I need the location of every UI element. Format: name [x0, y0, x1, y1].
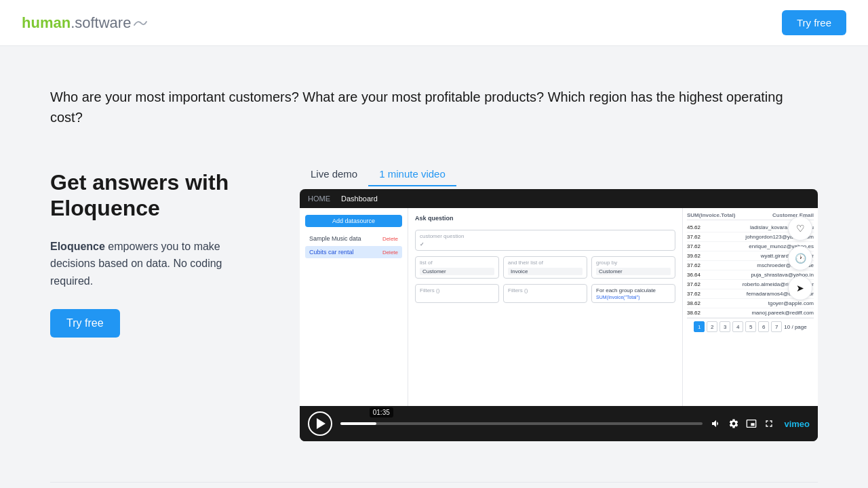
- page-btn-3[interactable]: 3: [719, 321, 730, 332]
- page-btn-6[interactable]: 6: [758, 321, 769, 332]
- right-panel: Live demo 1 minute video HOME Dashboard: [300, 163, 818, 441]
- list-of-box: list of Customer: [415, 256, 499, 279]
- page-btn-5[interactable]: 5: [745, 321, 756, 332]
- float-icons: ♡ 🕐 ➤: [788, 216, 812, 300]
- dash-topbar-home: HOME: [308, 195, 330, 203]
- pip-icon[interactable]: [746, 418, 757, 429]
- header: human.software Try free: [0, 0, 868, 46]
- vimeo-logo: vimeo: [784, 419, 810, 429]
- dash-topbar: HOME Dashboard: [300, 189, 818, 208]
- send-icon[interactable]: ➤: [788, 276, 812, 300]
- query-row-1: customer question ✓: [415, 230, 675, 251]
- fullscreen-icon[interactable]: [764, 418, 774, 429]
- play-icon: [317, 418, 326, 429]
- dash-sidebar: Add datasource Sample Music data Delete …: [300, 208, 408, 406]
- logo-software: software: [75, 14, 131, 32]
- tab-1-minute-video[interactable]: 1 minute video: [368, 163, 456, 186]
- video-ctrl-icons: vimeo: [711, 418, 810, 429]
- logo-human: human: [22, 14, 71, 32]
- sidebar-item-music: Sample Music data Delete: [305, 232, 402, 245]
- dash-body: Add datasource Sample Music data Delete …: [300, 208, 818, 406]
- customer-question-box: customer question ✓: [415, 230, 675, 251]
- page-btn-7[interactable]: 7: [771, 321, 782, 332]
- main-try-free-button[interactable]: Try free: [50, 309, 120, 338]
- dashboard-preview: HOME Dashboard Add datasource Sample Mus…: [300, 189, 818, 406]
- group-by-box: group by Customer: [591, 256, 675, 279]
- filters-row: Filters () Filters () For each group cal…: [415, 284, 675, 303]
- video-container: HOME Dashboard Add datasource Sample Mus…: [300, 189, 818, 441]
- play-button[interactable]: [308, 411, 332, 436]
- page-btn-2[interactable]: 2: [707, 321, 717, 332]
- page-btn-4[interactable]: 4: [732, 321, 743, 332]
- progress-fill: [340, 422, 376, 425]
- footer-divider: [50, 482, 818, 483]
- main-content: Who are your most important customers? W…: [34, 46, 834, 488]
- demo-tabs: Live demo 1 minute video: [300, 163, 818, 186]
- content-row: Get answers with Eloquence Eloquence emp…: [50, 163, 818, 441]
- volume-icon[interactable]: [711, 418, 722, 429]
- clock-icon[interactable]: 🕐: [788, 246, 812, 270]
- add-datasource-button[interactable]: Add datasource: [305, 215, 402, 227]
- left-panel: Get answers with Eloquence Eloquence emp…: [50, 163, 267, 338]
- settings-icon[interactable]: [728, 418, 739, 429]
- dash-query-area: Ask question customer question ✓: [408, 208, 682, 406]
- tab-live-demo[interactable]: Live demo: [300, 163, 368, 186]
- their-list-box: and their list of Invoice: [503, 256, 587, 279]
- page-ellipsis: 10 / page: [784, 324, 806, 330]
- time-badge: 01:35: [370, 407, 393, 418]
- heart-icon[interactable]: ♡: [788, 216, 812, 241]
- logo-swirl-icon: [132, 18, 147, 28]
- page-btn-1[interactable]: 1: [694, 321, 705, 332]
- sidebar-item-cubits[interactable]: Cubits car rental Delete: [305, 246, 402, 258]
- header-try-free-button[interactable]: Try free: [782, 10, 846, 35]
- hero-title: Get answers with Eloquence: [50, 169, 267, 222]
- for-each-box: For each group calculate SUM(Invoice("To…: [591, 284, 675, 303]
- dash-topbar-dashboard: Dashboard: [341, 195, 378, 203]
- filters-box-2: Filters (): [503, 284, 587, 303]
- progress-bar[interactable]: 01:35: [340, 422, 703, 425]
- video-controls-bar: 01:35 vimeo: [300, 406, 818, 441]
- ask-question-label: Ask question: [415, 215, 675, 222]
- hero-description: Eloquence empowers you to make decisions…: [50, 238, 267, 290]
- query-row-2: list of Customer and their list of Invoi…: [415, 256, 675, 279]
- results-pagination: 1 2 3 4 5 6 7 10 / page: [687, 318, 814, 333]
- result-row-8: 38.62 tgoyer@apple.com: [687, 299, 814, 308]
- filters-box-1: Filters (): [415, 284, 499, 303]
- hero-headline: Who are your most important customers? W…: [50, 87, 818, 127]
- logo: human.software: [22, 14, 147, 32]
- result-row-9: 38.62 manoj.pareek@rediff.com: [687, 308, 814, 318]
